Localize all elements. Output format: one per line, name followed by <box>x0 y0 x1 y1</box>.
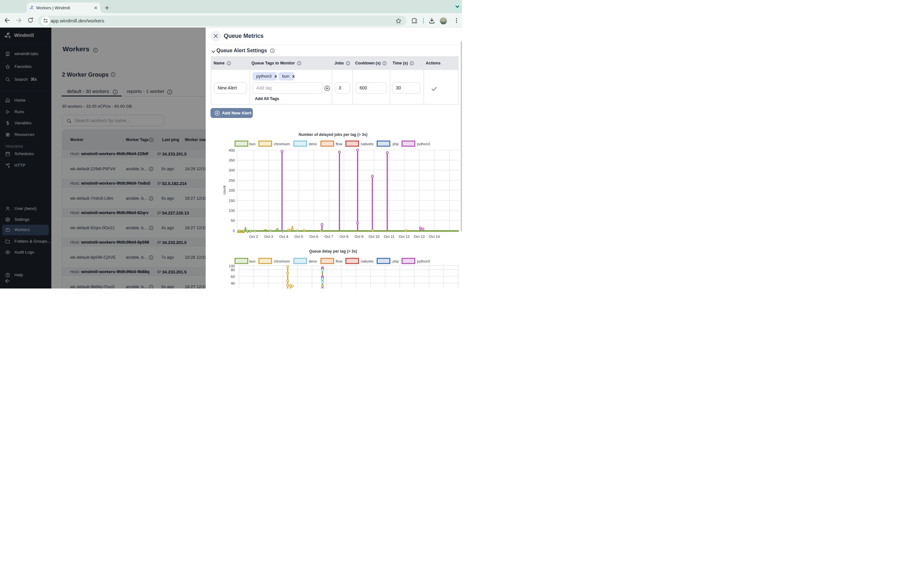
svg-text:Oct 8: Oct 8 <box>339 235 348 239</box>
svg-text:Oct 12: Oct 12 <box>399 235 410 239</box>
svg-text:nativets: nativets <box>360 259 373 263</box>
svg-text:flow: flow <box>336 259 342 263</box>
svg-text:bun: bun <box>249 259 255 263</box>
svg-text:Oct 7: Oct 7 <box>325 235 333 239</box>
svg-text:Number of delayed jobs per tag: Number of delayed jobs per tag (> 3s) <box>299 132 367 137</box>
svg-text:Oct 9: Oct 9 <box>355 235 363 239</box>
svg-text:count: count <box>222 185 226 195</box>
svg-text:100: 100 <box>229 209 235 213</box>
svg-text:80: 80 <box>231 268 235 272</box>
svg-text:200: 200 <box>229 189 235 192</box>
svg-text:deno: deno <box>309 259 317 263</box>
svg-text:400: 400 <box>229 148 235 152</box>
svg-text:nativets: nativets <box>360 142 373 146</box>
svg-text:300: 300 <box>229 168 235 172</box>
svg-text:Oct 3: Oct 3 <box>264 235 273 239</box>
svg-text:php: php <box>393 142 399 146</box>
svg-text:Oct 6: Oct 6 <box>309 235 318 239</box>
svg-text:deno: deno <box>309 142 317 146</box>
svg-text:250: 250 <box>229 179 235 182</box>
svg-text:50: 50 <box>231 219 235 222</box>
svg-text:Oct 14: Oct 14 <box>429 235 440 239</box>
svg-text:chromium: chromium <box>274 142 290 146</box>
svg-text:150: 150 <box>229 199 235 203</box>
svg-text:Oct 5: Oct 5 <box>294 235 303 239</box>
svg-text:Oct 13: Oct 13 <box>414 235 425 239</box>
svg-text:python3: python3 <box>417 259 430 263</box>
svg-text:60: 60 <box>231 275 235 279</box>
svg-text:40: 40 <box>231 282 235 285</box>
svg-text:350: 350 <box>229 158 235 162</box>
svg-text:php: php <box>393 259 399 263</box>
svg-text:Oct 11: Oct 11 <box>384 235 394 239</box>
svg-text:Queue delay per tag (> 3s): Queue delay per tag (> 3s) <box>309 249 357 253</box>
svg-text:Oct 2: Oct 2 <box>249 235 258 239</box>
svg-text:0: 0 <box>233 229 235 233</box>
svg-text:chromium: chromium <box>274 259 290 263</box>
svg-text:bun: bun <box>249 142 255 146</box>
svg-text:Oct 10: Oct 10 <box>368 235 380 239</box>
svg-text:python3: python3 <box>417 142 430 146</box>
svg-text:100: 100 <box>229 264 235 268</box>
svg-text:flow: flow <box>336 142 342 146</box>
svg-text:Oct 4: Oct 4 <box>279 235 288 239</box>
